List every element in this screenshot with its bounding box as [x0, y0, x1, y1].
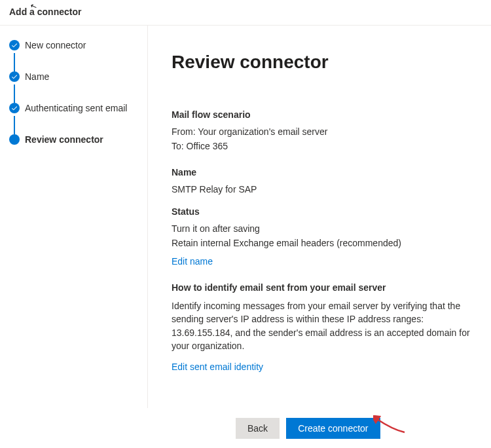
- name-value: SMTP Relay for SAP: [172, 184, 473, 195]
- mail-flow-heading: Mail flow scenario: [172, 109, 473, 120]
- footer: Back Create connector: [0, 409, 491, 448]
- status-section: Status Turn it on after saving Retain in…: [172, 206, 473, 267]
- name-section: Name SMTP Relay for SAP: [172, 167, 473, 195]
- step-new-connector[interactable]: New connector: [9, 40, 138, 50]
- current-step-icon: [9, 134, 20, 145]
- identify-heading: How to identify email sent from your ema…: [172, 282, 473, 293]
- identify-section: How to identify email sent from your ema…: [172, 282, 473, 372]
- create-connector-button[interactable]: Create connector: [286, 418, 380, 439]
- status-line1: Turn it on after saving: [172, 223, 473, 234]
- back-button[interactable]: Back: [236, 418, 280, 439]
- mail-flow-from: From: Your organization's email server: [172, 126, 473, 137]
- name-heading: Name: [172, 167, 473, 177]
- check-icon: [9, 71, 20, 82]
- status-heading: Status: [172, 206, 473, 217]
- step-label: Name: [25, 71, 49, 82]
- check-icon: [9, 103, 20, 113]
- edit-name-link[interactable]: Edit name: [172, 256, 213, 267]
- step-authenticating[interactable]: Authenticating sent email: [9, 103, 138, 113]
- step-label: New connector: [25, 40, 86, 50]
- main-content: Review connector Mail flow scenario From…: [148, 26, 491, 408]
- status-line2: Retain internal Exchange email headers (…: [172, 238, 473, 248]
- step-label: Authenticating sent email: [25, 103, 127, 113]
- edit-identity-link[interactable]: Edit sent email identity: [172, 362, 263, 372]
- wizard-steps: New connector Name Authenticating sent e…: [0, 26, 148, 408]
- mail-flow-to: To: Office 365: [172, 141, 473, 151]
- identify-body: Identify incoming messages from your ema…: [172, 299, 473, 352]
- mail-flow-section: Mail flow scenario From: Your organizati…: [172, 109, 473, 151]
- panel-title: Add a connector: [0, 0, 491, 26]
- page-title: Review connector: [172, 52, 473, 73]
- step-name[interactable]: Name: [9, 71, 138, 82]
- step-review[interactable]: Review connector: [9, 134, 138, 145]
- step-label: Review connector: [25, 134, 103, 145]
- check-icon: [9, 40, 20, 50]
